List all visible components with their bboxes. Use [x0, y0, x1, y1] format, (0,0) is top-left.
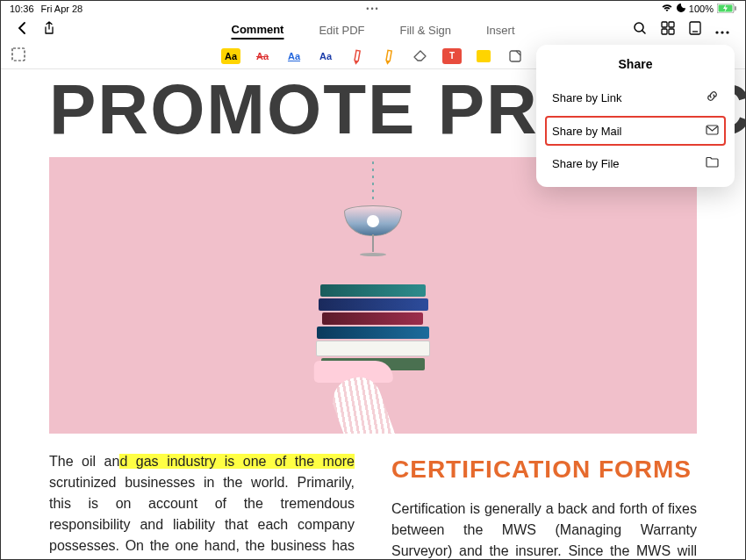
svg-rect-2 — [735, 6, 736, 11]
file-icon — [706, 156, 719, 170]
certification-heading: CERTIFICATION FORMS — [391, 451, 697, 488]
svg-rect-14 — [12, 48, 25, 61]
moon-icon — [677, 4, 685, 14]
share-by-link[interactable]: Share by Link — [545, 82, 726, 113]
page-view-button[interactable] — [689, 21, 701, 39]
link-icon — [706, 90, 719, 105]
mail-icon — [706, 124, 719, 138]
svg-line-4 — [642, 31, 645, 33]
tab-insert[interactable]: Insert — [486, 22, 515, 39]
selection-tool[interactable] — [11, 47, 25, 65]
stamp-tool[interactable] — [506, 48, 525, 64]
drip-graphic — [372, 157, 374, 201]
svg-rect-6 — [669, 22, 674, 27]
battery-pct: 100% — [689, 4, 714, 14]
grid-view-button[interactable] — [661, 21, 675, 39]
strikeout-tool[interactable]: Aa — [253, 48, 272, 64]
squiggly-tool[interactable]: Aa — [316, 48, 335, 64]
share-mail-label: Share by Mail — [552, 125, 621, 138]
share-title: Share — [545, 57, 726, 71]
pen-orange-tool[interactable] — [377, 44, 401, 68]
tab-edit-pdf[interactable]: Edit PDF — [319, 22, 364, 39]
search-button[interactable] — [633, 21, 647, 39]
status-date: Fri Apr 28 — [41, 4, 83, 14]
svg-rect-15 — [510, 51, 520, 61]
right-column-text: CERTIFICATION FORMS Certification is gen… — [391, 451, 697, 560]
share-file-label: Share by File — [552, 157, 620, 170]
svg-rect-9 — [690, 22, 700, 34]
body-text-pre: The oil an — [49, 454, 119, 469]
share-system-button[interactable] — [43, 21, 55, 39]
body-text-mid: scrutinized businesses in the world. Pri… — [49, 475, 355, 560]
pen-red-tool[interactable] — [345, 44, 369, 68]
martini-glass-graphic — [344, 205, 402, 256]
svg-rect-8 — [669, 29, 674, 34]
wifi-icon — [661, 4, 673, 14]
arm-graphic — [314, 361, 437, 434]
tab-comment[interactable]: Comment — [231, 21, 283, 39]
tab-fill-sign[interactable]: Fill & Sign — [399, 22, 451, 39]
eraser-tool[interactable] — [411, 48, 430, 64]
hero-image — [49, 157, 697, 434]
svg-rect-5 — [662, 22, 667, 27]
back-button[interactable] — [17, 21, 27, 39]
textbox-tool[interactable]: T — [442, 48, 462, 64]
highlight-tool[interactable]: Aa — [221, 48, 240, 64]
status-time: 10:36 — [10, 4, 34, 14]
svg-point-13 — [726, 31, 728, 33]
share-popover: Share Share by Link Share by Mail Share … — [536, 45, 735, 187]
underline-tool[interactable]: Aa — [284, 48, 304, 64]
svg-rect-7 — [662, 29, 667, 34]
highlighted-text: d gas industry is one of the more — [119, 454, 355, 469]
left-column-text: The oil and gas industry is one of the m… — [49, 451, 355, 560]
battery-icon — [717, 4, 736, 15]
share-link-label: Share by Link — [552, 91, 622, 104]
svg-point-11 — [715, 31, 718, 33]
status-bar: 10:36 Fri Apr 28 ••• 100% — [1, 1, 745, 17]
status-handle: ••• — [366, 4, 379, 13]
book-stack-graphic — [312, 284, 434, 372]
main-toolbar: Comment Edit PDF Fill & Sign Insert — [1, 17, 745, 43]
share-by-mail[interactable]: Share by Mail — [545, 116, 726, 146]
certification-body: Certification is generally a back and fo… — [391, 499, 697, 560]
share-by-file[interactable]: Share by File — [545, 148, 726, 178]
sticky-note-tool[interactable] — [474, 48, 493, 64]
svg-point-12 — [721, 31, 723, 33]
more-button[interactable] — [715, 22, 729, 38]
